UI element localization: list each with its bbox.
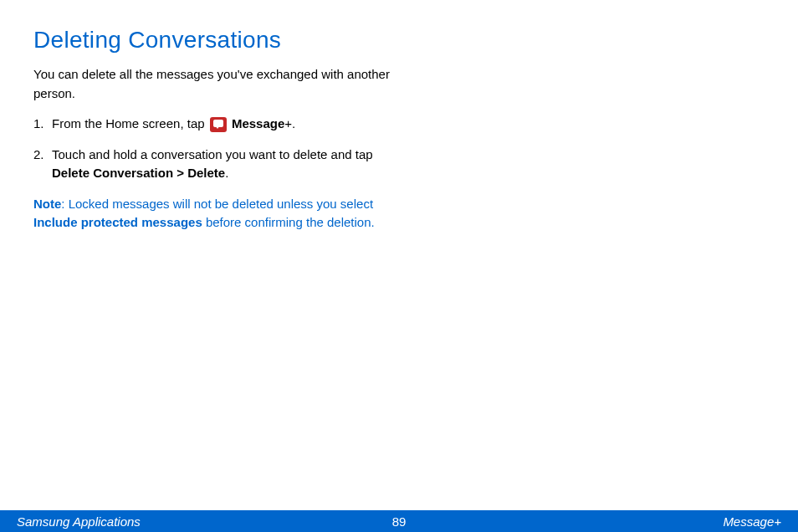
step-1-app-name: Message bbox=[232, 116, 284, 130]
footer-right-text: Message+ bbox=[406, 514, 781, 529]
step-2-bold: Delete Conversation > Delete bbox=[52, 166, 225, 180]
step-2-text-prefix: Touch and hold a conversation you want t… bbox=[52, 147, 373, 161]
footer-left-text: Samsung Applications bbox=[17, 514, 392, 529]
steps-list: From the Home screen, tap Message+. Touc… bbox=[33, 115, 402, 183]
note-text-prefix: : Locked messages will not be deleted un… bbox=[61, 197, 373, 211]
step-1-text-prefix: From the Home screen, tap bbox=[52, 116, 208, 130]
section-heading: Deleting Conversations bbox=[33, 27, 402, 54]
intro-paragraph: You can delete all the messages you've e… bbox=[33, 65, 402, 103]
note-text-suffix: before confirming the deletion. bbox=[202, 215, 375, 229]
step-1: From the Home screen, tap Message+. bbox=[33, 115, 402, 134]
footer-page-number: 89 bbox=[392, 514, 407, 529]
step-2: Touch and hold a conversation you want t… bbox=[33, 146, 402, 183]
step-1-app-suffix: +. bbox=[284, 116, 295, 130]
note-paragraph: Note: Locked messages will not be delete… bbox=[33, 195, 402, 233]
page-content: Deleting Conversations You can delete al… bbox=[0, 0, 435, 233]
note-label: Note bbox=[33, 197, 61, 211]
page-footer: Samsung Applications 89 Message+ bbox=[0, 510, 798, 532]
message-plus-icon bbox=[210, 117, 227, 132]
step-2-suffix: . bbox=[225, 166, 228, 180]
note-bold-text: Include protected messages bbox=[33, 215, 202, 229]
